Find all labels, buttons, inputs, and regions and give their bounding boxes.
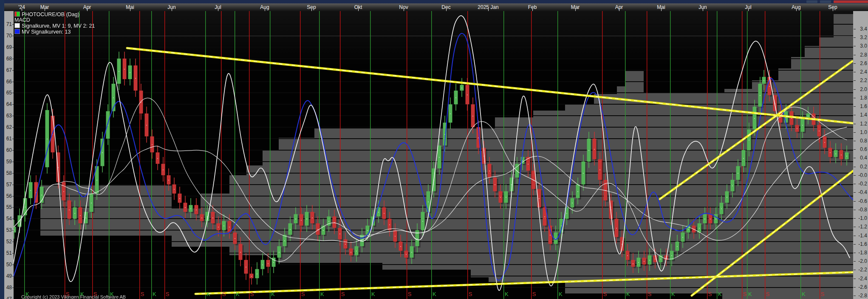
buy-signal-letter: K xyxy=(802,291,806,297)
legend-row-blue: MV Signalkurven: 13 xyxy=(14,29,95,35)
buy-signal-letter: K xyxy=(433,291,436,297)
legend-row-pane: MACD xyxy=(14,17,95,23)
sell-signal-letter: S xyxy=(603,291,607,297)
buy-signal-letter: K xyxy=(559,291,563,297)
white-line-swatch-icon xyxy=(14,23,20,28)
buy-signal-letter: K xyxy=(320,291,324,297)
legend-blue-label: MV Signalkurven: 13 xyxy=(22,29,71,35)
candlestick-series-icon xyxy=(14,11,20,17)
sell-signal-letter: S xyxy=(766,291,770,297)
chart-plot-area[interactable] xyxy=(0,0,868,299)
sell-signal-letter: S xyxy=(250,291,254,297)
sell-signal-letter: S xyxy=(743,291,747,297)
buy-signal-letter: K xyxy=(371,291,375,297)
sell-signal-letter: S xyxy=(222,291,226,297)
buy-signal-letter: K xyxy=(271,291,275,297)
buy-signal-letter: K xyxy=(236,291,240,297)
sell-signal-letter: S xyxy=(141,291,144,297)
sell-signal-letter: S xyxy=(532,291,536,297)
sell-signal-letter: S xyxy=(648,291,652,297)
sell-signal-letter: S xyxy=(408,291,412,297)
buy-signal-letter: K xyxy=(153,291,156,297)
blue-line-swatch-icon xyxy=(14,29,20,34)
legend-pane-label: MACD xyxy=(14,17,30,23)
buy-signal-letter: K xyxy=(626,291,630,297)
copyright-text: Copyright (c) 2023 Vikingen Financial So… xyxy=(21,294,126,299)
chart-legend: PHOTOCURE/OB (Dag) MACD Signalkurve, MV … xyxy=(14,11,95,34)
buy-signal-letter: K xyxy=(748,291,752,297)
sell-signal-letter: S xyxy=(341,291,345,297)
legend-row-white: Signalkurve, MV 1: 9, MV 2: 21 xyxy=(14,23,95,29)
legend-white-label: Signalkurve, MV 1: 9, MV 2: 21 xyxy=(22,23,95,29)
sell-signal-letter: S xyxy=(821,291,825,297)
chart-window: { "window": { "buttons": [ {"name": "min… xyxy=(0,0,868,299)
sell-signal-letter: S xyxy=(166,291,170,297)
sell-signal-letter: S xyxy=(301,291,305,297)
buy-signal-letter: K xyxy=(505,291,509,297)
sell-signal-letter: S xyxy=(708,291,712,297)
buy-signal-letter: K xyxy=(206,291,210,297)
legend-title-label: PHOTOCURE/OB (Dag) xyxy=(22,11,79,17)
buy-signal-letter: K xyxy=(671,291,675,297)
buy-signal-letter: K xyxy=(718,291,722,297)
sell-signal-letter: S xyxy=(469,291,472,297)
legend-row-title: PHOTOCURE/OB (Dag) xyxy=(14,11,95,17)
